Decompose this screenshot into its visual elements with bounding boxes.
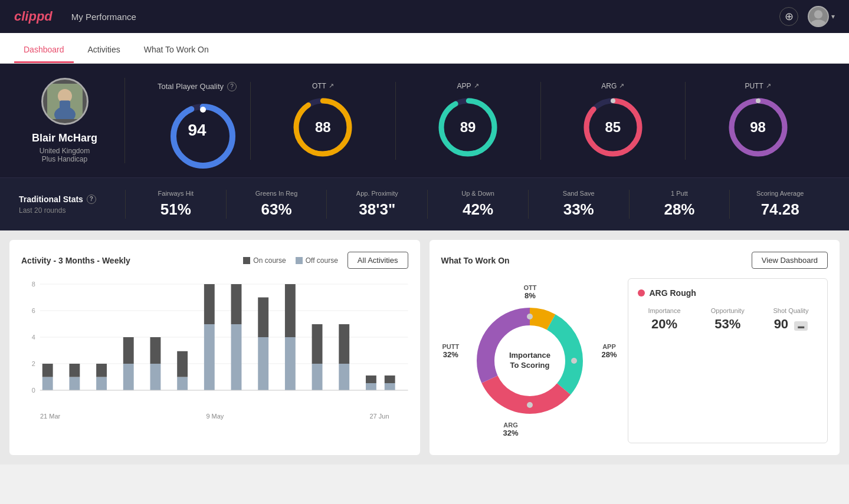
total-quality: Total Player Quality ? 94 bbox=[144, 82, 250, 160]
metric-scores: OTT ↗ 88 APP ↗ bbox=[250, 82, 830, 160]
stat-scoring-value: 74.28 bbox=[737, 200, 823, 219]
activity-panel-header: Activity - 3 Months - Weekly On course O… bbox=[21, 252, 408, 269]
stat-updown-value: 42% bbox=[435, 200, 521, 219]
detail-opportunity: Opportunity 53% bbox=[701, 307, 755, 332]
activity-chart: 8 6 4 2 0 bbox=[21, 278, 408, 408]
svg-rect-44 bbox=[231, 284, 242, 324]
tab-dashboard[interactable]: Dashboard bbox=[14, 38, 74, 63]
chart-label-mar: 21 Mar bbox=[40, 413, 60, 420]
legend-oncourse-dot bbox=[243, 257, 250, 264]
detail-shotquality-value: 90 ▬ bbox=[764, 317, 818, 332]
svg-rect-49 bbox=[312, 364, 323, 390]
stat-updown-label: Up & Down bbox=[435, 190, 521, 197]
red-dot-icon bbox=[638, 289, 645, 297]
svg-rect-38 bbox=[150, 337, 161, 364]
legend-offcourse: Off course bbox=[296, 256, 338, 265]
svg-rect-48 bbox=[285, 284, 296, 337]
page-title: My Performance bbox=[71, 12, 779, 22]
stat-items: Fairways Hit 51% Greens In Reg 63% App. … bbox=[125, 190, 830, 219]
player-info: Blair McHarg United Kingdom Plus Handica… bbox=[19, 78, 125, 163]
svg-point-1 bbox=[811, 19, 826, 26]
stat-fairways-label: Fairways Hit bbox=[133, 190, 219, 197]
svg-text:0: 0 bbox=[32, 387, 35, 394]
total-quality-gauge: 94 bbox=[168, 101, 227, 160]
putt-gauge: 98 bbox=[726, 95, 791, 160]
ott-label: OTT bbox=[312, 82, 326, 90]
svg-text:To Scoring: To Scoring bbox=[510, 361, 549, 370]
metric-ott: OTT ↗ 88 bbox=[250, 82, 395, 160]
svg-rect-39 bbox=[177, 377, 188, 391]
activity-panel-title: Activity - 3 Months - Weekly bbox=[21, 256, 130, 265]
metric-putt: PUTT ↗ 98 bbox=[685, 82, 830, 160]
svg-rect-50 bbox=[312, 324, 323, 364]
tab-what-to-work-on[interactable]: What To Work On bbox=[135, 38, 218, 63]
detail-card-header: ARG Rough bbox=[638, 288, 818, 298]
svg-rect-55 bbox=[385, 383, 395, 390]
svg-point-15 bbox=[611, 98, 615, 103]
putt-donut-label: PUTT 32% bbox=[442, 343, 460, 359]
ott-trend-icon: ↗ bbox=[329, 82, 334, 90]
wtwo-panel-header: What To Work On View Dashboard bbox=[441, 252, 828, 269]
svg-rect-30 bbox=[42, 364, 53, 377]
svg-rect-47 bbox=[285, 337, 296, 390]
scores-section: Total Player Quality ? 94 OTT bbox=[125, 82, 830, 160]
help-icon[interactable]: ? bbox=[227, 82, 237, 91]
stat-oneputt: 1 Putt 28% bbox=[629, 190, 730, 219]
svg-rect-37 bbox=[150, 364, 161, 390]
trad-stats-section: Traditional Stats ? Last 20 rounds Fairw… bbox=[0, 177, 849, 230]
chart-label-may: 9 May bbox=[206, 413, 224, 420]
tabs-bar: Dashboard Activities What To Work On bbox=[0, 33, 849, 64]
detail-opportunity-value: 53% bbox=[701, 317, 755, 332]
add-button[interactable]: ⊕ bbox=[779, 7, 798, 26]
stat-oneputt-value: 28% bbox=[637, 200, 723, 219]
detail-importance: Importance 20% bbox=[638, 307, 691, 332]
player-handicap: Plus Handicap bbox=[42, 155, 87, 163]
svg-rect-42 bbox=[204, 284, 215, 324]
metric-app: APP ↗ 89 bbox=[395, 82, 540, 160]
hero-section: Blair McHarg United Kingdom Plus Handica… bbox=[0, 64, 849, 177]
plus-icon: ⊕ bbox=[785, 10, 794, 23]
legend-oncourse-label: On course bbox=[253, 256, 286, 265]
app-donut-label: APP 28% bbox=[601, 343, 617, 359]
svg-text:6: 6 bbox=[32, 307, 35, 314]
ott-value: 88 bbox=[315, 119, 331, 136]
app-label: APP bbox=[457, 82, 471, 90]
all-activities-button[interactable]: All Activities bbox=[348, 252, 408, 269]
activity-panel: Activity - 3 Months - Weekly On course O… bbox=[9, 240, 420, 455]
stat-updown: Up & Down 42% bbox=[427, 190, 528, 219]
svg-rect-29 bbox=[42, 377, 53, 391]
arg-donut-label: ARG 32% bbox=[503, 421, 519, 437]
ott-gauge: 88 bbox=[290, 95, 355, 160]
svg-text:Importance: Importance bbox=[509, 351, 550, 360]
detail-importance-label: Importance bbox=[638, 307, 691, 314]
chart-x-labels: 21 Mar 9 May 27 Jun bbox=[21, 413, 408, 420]
chevron-down-icon: ▾ bbox=[831, 12, 835, 21]
app-gauge: 89 bbox=[435, 95, 500, 160]
tab-activities[interactable]: Activities bbox=[78, 38, 130, 63]
user-menu-button[interactable]: ▾ bbox=[808, 6, 835, 27]
stat-fairways: Fairways Hit 51% bbox=[125, 190, 226, 219]
legend-offcourse-dot bbox=[296, 257, 303, 264]
wtwo-panel-title: What To Work On bbox=[441, 256, 510, 265]
nav-actions: ⊕ ▾ bbox=[779, 6, 835, 27]
stat-oneputt-label: 1 Putt bbox=[637, 190, 723, 197]
stat-greens-label: Greens In Reg bbox=[234, 190, 320, 197]
svg-rect-52 bbox=[339, 324, 349, 364]
player-country: United Kingdom bbox=[40, 147, 90, 155]
svg-text:2: 2 bbox=[32, 360, 35, 367]
chart-label-jun: 27 Jun bbox=[369, 413, 389, 420]
stat-greens-value: 63% bbox=[234, 200, 320, 219]
legend-offcourse-label: Off course bbox=[306, 256, 338, 265]
top-nav: clippd My Performance ⊕ ▾ bbox=[0, 0, 849, 33]
svg-text:4: 4 bbox=[32, 334, 35, 341]
svg-rect-56 bbox=[385, 375, 395, 383]
view-dashboard-button[interactable]: View Dashboard bbox=[752, 252, 828, 269]
avatar bbox=[808, 6, 829, 27]
arg-value: 85 bbox=[605, 119, 621, 136]
svg-point-62 bbox=[527, 314, 533, 319]
svg-rect-40 bbox=[177, 351, 188, 377]
metric-arg: ARG ↗ 85 bbox=[540, 82, 686, 160]
detail-metrics: Importance 20% Opportunity 53% Shot Qual… bbox=[638, 307, 818, 332]
trad-stats-help-icon[interactable]: ? bbox=[87, 195, 96, 204]
svg-rect-33 bbox=[96, 377, 107, 391]
